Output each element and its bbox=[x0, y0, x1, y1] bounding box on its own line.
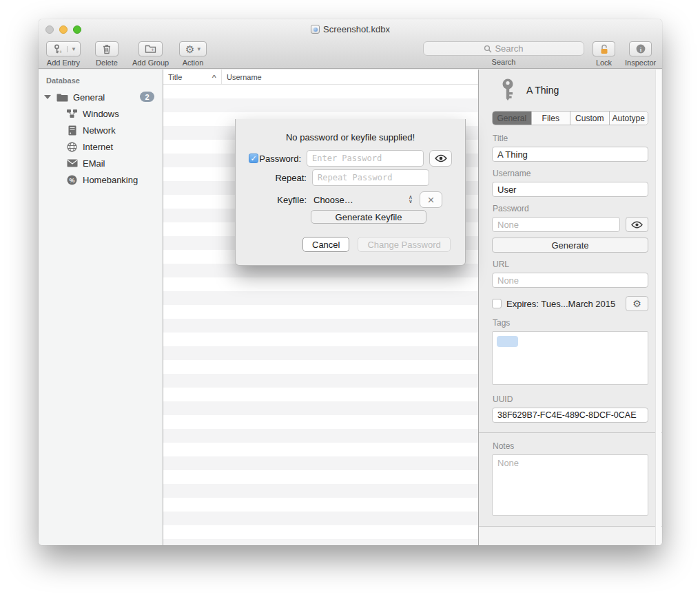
password-field-label: Password bbox=[493, 204, 648, 213]
url-field[interactable] bbox=[492, 273, 648, 288]
table-header: Title ^ Username bbox=[163, 70, 478, 85]
title-field-label: Title bbox=[493, 134, 648, 143]
clear-keyfile-button[interactable]: × bbox=[420, 191, 442, 208]
expires-checkbox[interactable] bbox=[492, 299, 502, 308]
action-label: Action bbox=[183, 59, 204, 67]
dialog-keyfile-label: Keyfile: bbox=[249, 195, 307, 205]
stepper-icon[interactable]: ∧∨ bbox=[409, 196, 413, 204]
sidebar-item-label: EMail bbox=[83, 158, 105, 169]
tab-general[interactable]: General bbox=[493, 112, 532, 125]
document-icon bbox=[311, 25, 320, 34]
add-entry-button[interactable]: + ▼ bbox=[46, 41, 81, 56]
search-placeholder: Search bbox=[495, 43, 523, 54]
password-field[interactable] bbox=[492, 217, 620, 232]
notes-field-label: Notes bbox=[493, 441, 648, 451]
dialog-repeat-label: Repeat: bbox=[249, 173, 307, 183]
generate-password-button[interactable]: Generate bbox=[492, 238, 648, 253]
tab-autotype[interactable]: Autotype bbox=[610, 112, 648, 125]
expires-settings-button[interactable]: ⚙ bbox=[626, 296, 648, 311]
folder-icon bbox=[56, 92, 68, 103]
content-area: Database General 2 Windows bbox=[39, 70, 662, 545]
delete-button[interactable] bbox=[95, 41, 119, 56]
key-icon bbox=[500, 78, 515, 102]
envelope-icon bbox=[66, 158, 78, 169]
keyfile-dropdown[interactable]: Choose… bbox=[313, 195, 409, 205]
eye-icon bbox=[631, 221, 643, 229]
generate-keyfile-button[interactable]: Generate Keyfile bbox=[311, 210, 426, 224]
password-enabled-checkbox[interactable]: ✓ bbox=[249, 154, 258, 163]
disclosure-triangle-icon[interactable] bbox=[44, 95, 51, 99]
lock-button[interactable] bbox=[593, 41, 615, 56]
tags-field-label: Tags bbox=[493, 318, 648, 328]
username-field[interactable] bbox=[492, 182, 648, 197]
dialog-message: No password or keyfile supplied! bbox=[236, 132, 465, 143]
inspector-button[interactable]: i bbox=[629, 41, 652, 56]
uuid-field[interactable] bbox=[492, 408, 648, 423]
username-field-label: Username bbox=[493, 169, 648, 178]
sidebar-item-label: Network bbox=[83, 125, 116, 136]
add-group-label: Add Group bbox=[132, 59, 169, 67]
windows-network-icon bbox=[66, 108, 78, 120]
sidebar-item-internet[interactable]: Internet bbox=[39, 138, 163, 155]
inspector-tabs: General Files Custom Autotype bbox=[492, 111, 648, 125]
globe-icon bbox=[66, 141, 78, 153]
column-header-title[interactable]: Title ^ bbox=[163, 70, 222, 84]
dialog-reveal-password-button[interactable] bbox=[429, 150, 452, 167]
trash-icon bbox=[102, 44, 112, 54]
app-window: Screenshot.kdbx + ▼ Add Entry bbox=[39, 19, 662, 545]
entry-header: A Thing bbox=[500, 78, 648, 103]
svg-text:%: % bbox=[69, 176, 74, 183]
inspector-label: Inspector bbox=[625, 59, 656, 67]
add-entry-label: Add Entry bbox=[47, 59, 80, 67]
dialog-password-input[interactable] bbox=[307, 150, 424, 167]
title-field[interactable] bbox=[492, 147, 648, 162]
sidebar-item-network[interactable]: Network bbox=[39, 122, 163, 138]
window-chrome: Screenshot.kdbx + ▼ Add Entry bbox=[39, 19, 662, 69]
gear-icon: ⚙ bbox=[632, 299, 641, 308]
inspector-footer bbox=[479, 526, 662, 545]
window-title: Screenshot.kdbx bbox=[39, 24, 662, 34]
svg-text:+: + bbox=[151, 47, 154, 53]
entry-title: A Thing bbox=[526, 85, 559, 96]
url-field-label: URL bbox=[493, 260, 648, 269]
sidebar-section-header: Database bbox=[39, 75, 163, 89]
tab-custom[interactable]: Custom bbox=[570, 112, 610, 125]
gear-icon: ⚙ bbox=[185, 44, 194, 54]
sort-ascending-icon: ^ bbox=[212, 74, 216, 81]
entry-count-badge: 2 bbox=[140, 92, 154, 102]
dialog-repeat-input[interactable] bbox=[312, 169, 429, 186]
tags-field[interactable] bbox=[492, 331, 648, 385]
sidebar: Database General 2 Windows bbox=[39, 70, 163, 545]
lock-open-icon bbox=[599, 44, 609, 54]
uuid-field-label: UUID bbox=[493, 394, 648, 404]
folder-plus-icon: + bbox=[145, 44, 156, 54]
search-icon bbox=[484, 45, 492, 53]
sidebar-item-label: Homebanking bbox=[83, 175, 138, 185]
delete-label: Delete bbox=[96, 59, 118, 67]
chevron-down-icon: ▾ bbox=[197, 45, 200, 52]
change-password-dialog: No password or keyfile supplied! ✓ Passw… bbox=[235, 119, 466, 266]
inspector-scrollbar[interactable] bbox=[655, 70, 661, 545]
sidebar-item-windows[interactable]: Windows bbox=[39, 105, 163, 122]
lock-label: Lock bbox=[596, 59, 612, 67]
sidebar-item-general[interactable]: General 2 bbox=[39, 89, 163, 105]
search-label: Search bbox=[492, 58, 516, 66]
sidebar-item-email[interactable]: EMail bbox=[39, 155, 163, 171]
change-password-button[interactable]: Change Password bbox=[358, 237, 450, 252]
add-entry-dropdown-icon[interactable]: ▼ bbox=[67, 46, 80, 52]
inspector-panel: A Thing General Files Custom Autotype Ti… bbox=[479, 70, 662, 545]
search-input[interactable]: Search bbox=[423, 41, 584, 56]
add-group-button[interactable]: + bbox=[138, 41, 163, 56]
column-header-username[interactable]: Username bbox=[222, 70, 267, 84]
cancel-button[interactable]: Cancel bbox=[302, 237, 349, 252]
reveal-password-button[interactable] bbox=[626, 217, 648, 232]
sidebar-item-label: Windows bbox=[83, 109, 119, 119]
sidebar-item-homebanking[interactable]: % Homebanking bbox=[39, 171, 163, 188]
notes-field[interactable] bbox=[492, 454, 648, 516]
toolbar: + ▼ Add Entry Delete bbox=[39, 40, 662, 69]
section-divider bbox=[479, 432, 662, 433]
tab-files[interactable]: Files bbox=[532, 112, 571, 125]
sidebar-item-label: General bbox=[73, 92, 105, 103]
tag-token[interactable] bbox=[497, 336, 518, 347]
action-button[interactable]: ⚙ ▾ bbox=[179, 41, 207, 56]
